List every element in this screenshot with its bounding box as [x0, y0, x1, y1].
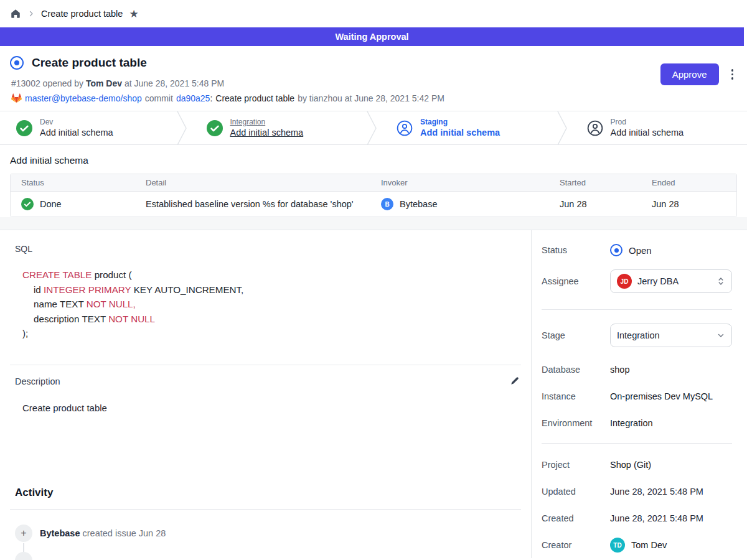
issue-open-icon: [10, 56, 24, 70]
instance-value: On-premises Dev MySQL: [610, 391, 713, 401]
pipeline-stage-dev[interactable]: Dev Add initial schema: [0, 111, 177, 144]
database-value: shop: [610, 365, 629, 375]
status-label: Status: [542, 245, 610, 255]
task-section-title: Add initial schema: [10, 155, 737, 166]
assignee-label: Assignee: [542, 276, 610, 286]
task-started: Jun 28: [560, 199, 652, 209]
open-status-icon: [610, 244, 622, 256]
project-label: Project: [542, 460, 610, 470]
timeline-line: [23, 543, 24, 552]
sql-label: SQL: [15, 244, 521, 254]
environment-value: Integration: [610, 418, 653, 428]
status-banner: Waiting Approval: [0, 27, 744, 46]
created-value: June 28, 2021 5:48 PM: [610, 513, 703, 523]
chevron-down-icon: [716, 331, 725, 340]
stage-select[interactable]: Integration: [610, 324, 732, 347]
assignee-value: Jerry DBA: [637, 276, 679, 286]
col-detail: Detail: [146, 178, 381, 187]
creator-label: Creator: [542, 540, 610, 550]
commit-suffix: by tianzhou at June 28, 2021 5:42 PM: [298, 93, 444, 103]
approve-button[interactable]: Approve: [660, 63, 719, 85]
divider: [542, 443, 732, 444]
task-ended: Jun 28: [652, 199, 736, 209]
check-circle-icon: [21, 198, 34, 210]
stage-task-label: Add initial schema: [611, 127, 684, 138]
stage-env-label: Integration: [230, 118, 304, 127]
col-invoker: Invoker: [381, 178, 560, 187]
breadcrumb: Create product table ★: [0, 0, 747, 27]
database-label: Database: [542, 365, 610, 375]
plus-icon: +: [15, 525, 32, 542]
timeline-next-node: [15, 552, 32, 560]
issue-meta: #13002 opened by Tom Dev at June 28, 202…: [11, 78, 737, 88]
commit-line: master@bytebase-demo/shop commit da90a25…: [11, 93, 737, 103]
bytebase-avatar: B: [381, 198, 393, 210]
task-section: Add initial schema Status Detail Invoker…: [0, 145, 747, 217]
task-table-header: Status Detail Invoker Started Ended: [11, 174, 736, 192]
star-icon[interactable]: ★: [129, 9, 138, 19]
stage-task-label: Add initial schema: [230, 127, 304, 138]
assignee-select[interactable]: JD Jerry DBA: [610, 269, 732, 293]
home-icon[interactable]: [10, 8, 21, 19]
sql-code-block: CREATE TABLE product ( id INTEGER PRIMAR…: [22, 268, 521, 341]
person-circle-icon: [397, 120, 413, 136]
issue-sidebar: Status Open Assignee JD Jerry DBA Stage …: [532, 230, 747, 558]
stage-separator: [557, 111, 571, 144]
stage-task-label: Add initial schema: [420, 127, 500, 138]
commit-hash-link[interactable]: da90a25: [176, 93, 210, 103]
assignee-avatar: JD: [617, 274, 632, 289]
pipeline-stage-integration[interactable]: Integration Add initial schema: [190, 111, 367, 144]
project-value: Shop (Git): [610, 460, 651, 470]
edit-pencil-icon[interactable]: [509, 375, 521, 388]
issue-meta-prefix: #13002 opened by: [11, 78, 83, 88]
stage-separator: [177, 111, 190, 144]
col-ended: Ended: [652, 178, 736, 187]
activity-actor: Bytebase: [40, 528, 80, 538]
task-invoker: Bytebase: [400, 199, 437, 209]
issue-author: Tom Dev: [86, 78, 122, 88]
kebab-menu-icon[interactable]: [729, 67, 736, 82]
pipeline-stage-staging[interactable]: Staging Add initial schema: [380, 111, 557, 144]
task-status: Done: [40, 199, 62, 209]
creator-avatar: TD: [610, 538, 625, 553]
table-row: Done Established baseline version %s for…: [11, 192, 736, 217]
divider: [542, 309, 732, 310]
branch-link[interactable]: master@bytebase-demo/shop: [25, 93, 142, 103]
created-label: Created: [542, 513, 610, 523]
updated-value: June 28, 2021 5:48 PM: [610, 487, 703, 497]
commit-message: Create product table: [215, 93, 294, 103]
divider: [10, 509, 521, 510]
stage-separator: [367, 111, 380, 144]
activity-title: Activity: [15, 487, 521, 499]
divider: [10, 365, 521, 365]
gitlab-icon: [11, 93, 22, 103]
col-status: Status: [11, 178, 146, 187]
person-circle-icon: [587, 120, 603, 136]
status-value: Open: [629, 245, 652, 256]
commit-word: commit: [145, 93, 173, 103]
activity-item: + Bytebase created issue Jun 28: [15, 525, 521, 542]
updated-label: Updated: [542, 487, 610, 497]
check-circle-icon: [207, 120, 223, 136]
status-banner-text: Waiting Approval: [335, 32, 408, 42]
updown-chevron-icon: [716, 276, 725, 286]
breadcrumb-title: Create product table: [41, 9, 123, 19]
issue-detail-panel: SQL CREATE TABLE product ( id INTEGER PR…: [0, 230, 532, 558]
stage-env-label: Staging: [420, 118, 500, 127]
stage-task-label: Add initial schema: [40, 127, 113, 138]
stage-value: Integration: [617, 330, 660, 340]
check-circle-icon: [16, 120, 32, 136]
stage-env-label: Prod: [611, 118, 684, 127]
stage-env-label: Dev: [40, 118, 113, 127]
section-gap: [0, 217, 747, 230]
task-table: Status Detail Invoker Started Ended Done…: [10, 174, 737, 217]
description-label: Description: [15, 376, 60, 386]
col-started: Started: [560, 178, 652, 187]
pipeline-stage-prod[interactable]: Prod Add initial schema: [571, 111, 747, 144]
instance-label: Instance: [542, 391, 610, 401]
activity-action: created issue Jun 28: [83, 528, 166, 538]
issue-title: Create product table: [32, 56, 147, 70]
commit-colon: :: [210, 93, 212, 103]
task-detail: Established baseline version %s for data…: [146, 199, 381, 209]
chevron-right-icon: [27, 10, 35, 17]
